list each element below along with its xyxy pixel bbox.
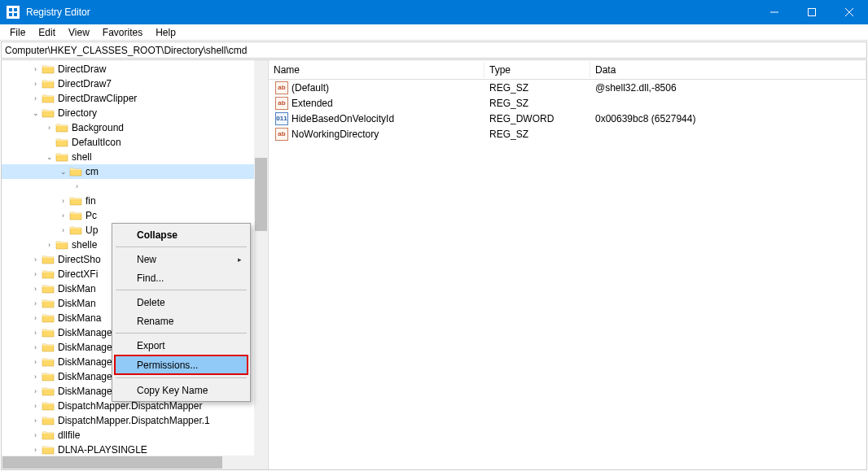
- svg-rect-2: [9, 13, 12, 16]
- folder-icon: [42, 356, 55, 368]
- chevron-right-icon[interactable]: ›: [29, 268, 42, 281]
- chevron-right-icon[interactable]: ›: [29, 371, 42, 383]
- chevron-right-icon[interactable]: ›: [29, 298, 42, 310]
- folder-icon: [42, 386, 55, 397]
- tree-item[interactable]: ⌄shell: [2, 150, 268, 164]
- chevron-right-icon[interactable]: ›: [29, 400, 42, 412]
- folder-icon: [42, 312, 55, 324]
- chevron-right-icon[interactable]: ›: [29, 283, 42, 295]
- tree-item[interactable]: ›DirectDrawClipper: [2, 91, 268, 106]
- string-value-icon: ab: [275, 97, 288, 110]
- tree-label: Pc: [85, 210, 97, 221]
- tree-item[interactable]: ›: [2, 179, 268, 194]
- tree-item[interactable]: ›Background: [2, 120, 268, 135]
- menu-help[interactable]: Help: [149, 25, 182, 40]
- tree-label: DirectXFi: [58, 268, 98, 280]
- context-menu-copykeyname[interactable]: Copy Key Name: [114, 381, 248, 399]
- tree-item[interactable]: DefaultIcon: [2, 135, 268, 150]
- context-menu-find[interactable]: Find...: [114, 268, 248, 287]
- maximize-button[interactable]: [793, 0, 831, 24]
- chevron-right-icon[interactable]: ›: [29, 254, 42, 266]
- tree-label: DiskMana: [58, 312, 101, 324]
- menu-separator: [116, 377, 247, 378]
- column-name[interactable]: Name: [269, 62, 484, 78]
- folder-icon: [55, 239, 68, 251]
- context-menu-permissions[interactable]: Permissions...: [114, 355, 248, 375]
- tree-label: DirectDrawClipper: [58, 93, 137, 104]
- tree-item[interactable]: ⌄cm: [2, 164, 268, 179]
- folder-icon: [42, 93, 55, 104]
- chevron-right-icon[interactable]: ›: [43, 122, 55, 134]
- tree-label: DiskMan: [58, 283, 96, 294]
- tree-label: dllfile: [58, 430, 80, 441]
- tree-label: DirectDraw: [58, 63, 106, 75]
- chevron-right-icon[interactable]: ›: [29, 444, 42, 456]
- chevron-right-icon[interactable]: ›: [29, 327, 42, 339]
- tree-item[interactable]: ›DirectDraw: [2, 62, 268, 76]
- tree-item[interactable]: ›Pc: [2, 208, 268, 223]
- menu-favorites[interactable]: Favorites: [96, 25, 149, 40]
- chevron-right-icon[interactable]: ›: [57, 195, 69, 207]
- chevron-right-icon[interactable]: ›: [43, 239, 55, 251]
- titlebar[interactable]: Registry Editor: [0, 0, 868, 24]
- folder-icon: [42, 430, 55, 441]
- value-data: 0x00639bc8 (6527944): [590, 112, 866, 125]
- minimize-button[interactable]: [756, 0, 793, 24]
- column-type[interactable]: Type: [484, 62, 590, 78]
- menu-edit[interactable]: Edit: [32, 25, 62, 40]
- chevron-right-icon[interactable]: ›: [29, 386, 42, 398]
- value-type: REG_SZ: [484, 97, 590, 110]
- address-bar[interactable]: Computer\HKEY_CLASSES_ROOT\Directory\she…: [1, 41, 867, 59]
- chevron-right-icon[interactable]: ›: [29, 312, 42, 325]
- chevron-right-icon[interactable]: ›: [57, 210, 69, 222]
- scrollbar-thumb[interactable]: [255, 158, 267, 231]
- context-menu: CollapseNew▸Find...DeleteRenameExportPer…: [112, 223, 251, 402]
- menu-item-label: Permissions...: [137, 360, 198, 371]
- values-panel[interactable]: Name Type Data ab(Default)REG_SZ@shell32…: [269, 60, 866, 469]
- menu-file[interactable]: File: [3, 25, 32, 40]
- chevron-right-icon[interactable]: ›: [29, 356, 42, 369]
- chevron-right-icon[interactable]: ›: [71, 181, 83, 193]
- value-row[interactable]: 011HideBasedOnVelocityIdREG_DWORD0x00639…: [269, 111, 866, 126]
- dword-value-icon: 011: [275, 112, 288, 125]
- chevron-down-icon[interactable]: ⌄: [29, 107, 42, 120]
- context-menu-rename[interactable]: Rename: [114, 312, 248, 330]
- chevron-right-icon[interactable]: ›: [29, 430, 42, 442]
- address-path: Computer\HKEY_CLASSES_ROOT\Directory\she…: [5, 45, 247, 56]
- value-row[interactable]: ab(Default)REG_SZ@shell32.dll,-8506: [269, 80, 866, 95]
- column-data[interactable]: Data: [590, 62, 866, 78]
- chevron-right-icon[interactable]: ›: [29, 63, 42, 76]
- value-type: REG_SZ: [484, 128, 590, 141]
- tree-item[interactable]: ⌄Directory: [2, 106, 268, 120]
- chevron-right-icon[interactable]: ›: [29, 93, 42, 105]
- context-menu-export[interactable]: Export: [114, 336, 248, 355]
- context-menu-new[interactable]: New▸: [114, 250, 248, 268]
- vertical-scrollbar[interactable]: [254, 60, 268, 469]
- menu-item-label: Rename: [137, 316, 173, 327]
- tree-item[interactable]: ›dllfile: [2, 428, 268, 443]
- chevron-down-icon[interactable]: ⌄: [43, 151, 55, 164]
- tree-item[interactable]: ›fin: [2, 194, 268, 208]
- menubar: File Edit View Favorites Help: [0, 24, 868, 41]
- chevron-right-icon[interactable]: ›: [29, 342, 42, 354]
- content-area: ›DirectDraw›DirectDraw7›DirectDrawClippe…: [1, 59, 867, 470]
- context-menu-collapse[interactable]: Collapse: [114, 225, 248, 244]
- close-button[interactable]: [831, 0, 868, 24]
- tree-label: DirectDraw7: [58, 78, 112, 89]
- menu-view[interactable]: View: [62, 25, 96, 40]
- tree-item[interactable]: ›DispatchMapper.DispatchMapper.1: [2, 413, 268, 428]
- tree-item[interactable]: ›DirectDraw7: [2, 76, 268, 91]
- menu-item-label: Find...: [137, 273, 164, 284]
- chevron-right-icon[interactable]: ›: [57, 225, 69, 237]
- tree-label: DefaultIcon: [72, 137, 121, 148]
- chevron-right-icon[interactable]: ›: [29, 78, 42, 90]
- scrollbar-thumb[interactable]: [2, 456, 222, 469]
- horizontal-scrollbar[interactable]: [2, 456, 254, 469]
- value-row[interactable]: abNoWorkingDirectoryREG_SZ: [269, 126, 866, 142]
- folder-icon: [42, 444, 55, 456]
- chevron-right-icon[interactable]: ›: [29, 415, 42, 427]
- value-row[interactable]: abExtendedREG_SZ: [269, 95, 866, 111]
- tree-label: shell: [72, 151, 92, 163]
- context-menu-delete[interactable]: Delete: [114, 293, 248, 312]
- chevron-down-icon[interactable]: ⌄: [57, 166, 69, 178]
